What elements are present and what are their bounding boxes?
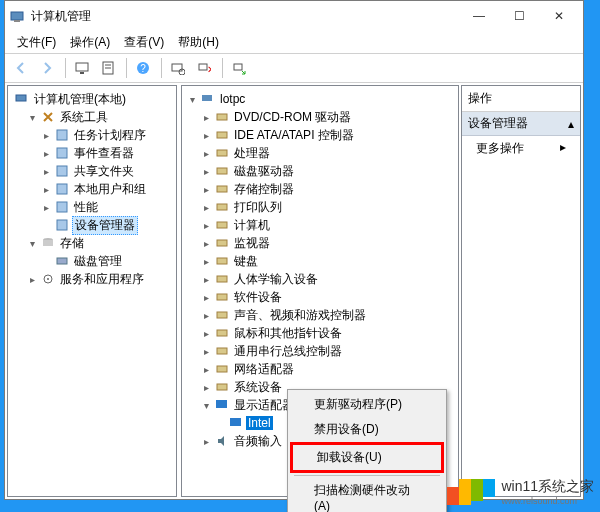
svg-rect-11 <box>199 64 207 70</box>
device-icon <box>214 289 230 305</box>
event-icon <box>54 145 70 161</box>
twisty-icon[interactable] <box>200 364 212 375</box>
svg-rect-44 <box>230 418 241 426</box>
toolbar-separator <box>161 58 162 78</box>
twisty-icon[interactable] <box>200 202 212 213</box>
tree-root[interactable]: 计算机管理(本地) <box>10 90 174 108</box>
device-item[interactable]: 键盘 <box>198 252 456 270</box>
tree-item[interactable]: 设备管理器 <box>38 216 174 234</box>
twisty-icon[interactable] <box>200 112 212 123</box>
close-button[interactable]: ✕ <box>539 2 579 30</box>
twisty-icon[interactable] <box>40 130 52 141</box>
twisty-icon[interactable] <box>200 274 212 285</box>
twisty-icon[interactable] <box>26 274 38 285</box>
menu-action[interactable]: 操作(A) <box>64 32 116 53</box>
twisty-icon[interactable] <box>200 328 212 339</box>
device-item[interactable]: 软件设备 <box>198 288 456 306</box>
twisty-icon[interactable] <box>200 436 212 447</box>
tb-help-icon[interactable]: ? <box>131 56 155 80</box>
twisty-icon[interactable] <box>200 220 212 231</box>
twisty-icon[interactable] <box>200 238 212 249</box>
device-root[interactable]: lotpc <box>184 90 456 108</box>
device-item[interactable]: DVD/CD-ROM 驱动器 <box>198 108 456 126</box>
toolbar-separator <box>126 58 127 78</box>
device-item[interactable]: 声音、视频和游戏控制器 <box>198 306 456 324</box>
computer-icon <box>14 91 30 107</box>
tree-storage[interactable]: 存储 <box>24 234 174 252</box>
forward-button[interactable] <box>35 56 59 80</box>
back-button[interactable] <box>9 56 33 80</box>
device-item[interactable]: 鼠标和其他指针设备 <box>198 324 456 342</box>
device-icon <box>214 325 230 341</box>
twisty-icon[interactable] <box>186 94 198 105</box>
device-item[interactable]: 打印队列 <box>198 198 456 216</box>
svg-rect-32 <box>217 204 227 210</box>
twisty-icon[interactable] <box>200 400 212 411</box>
actions-section[interactable]: 设备管理器 ▴ <box>462 112 580 136</box>
svg-rect-19 <box>57 202 67 212</box>
titlebar[interactable]: 计算机管理 — ☐ ✕ <box>5 1 583 31</box>
svg-rect-38 <box>217 312 227 318</box>
twisty-icon[interactable] <box>26 112 38 123</box>
device-item[interactable]: 磁盘驱动器 <box>198 162 456 180</box>
device-item[interactable]: 监视器 <box>198 234 456 252</box>
disk-icon <box>54 253 70 269</box>
twisty-icon[interactable] <box>26 238 38 249</box>
tree-item[interactable]: 本地用户和组 <box>38 180 174 198</box>
device-item[interactable]: 网络适配器 <box>198 360 456 378</box>
svg-rect-33 <box>217 222 227 228</box>
tree-services[interactable]: 服务和应用程序 <box>24 270 174 288</box>
device-item[interactable]: 存储控制器 <box>198 180 456 198</box>
device-item[interactable]: 人体学输入设备 <box>198 270 456 288</box>
cm-disable-device[interactable]: 禁用设备(D) <box>290 417 444 442</box>
twisty-icon[interactable] <box>40 202 52 213</box>
tree-item[interactable]: 任务计划程序 <box>38 126 174 144</box>
actions-more[interactable]: 更多操作 ▸ <box>462 136 580 161</box>
twisty-icon[interactable] <box>200 166 212 177</box>
menu-file[interactable]: 文件(F) <box>11 32 62 53</box>
twisty-icon[interactable] <box>200 184 212 195</box>
twisty-icon[interactable] <box>200 256 212 267</box>
menu-view[interactable]: 查看(V) <box>118 32 170 53</box>
toolbar: ? ✕ <box>5 53 583 83</box>
twisty-icon[interactable] <box>40 184 52 195</box>
device-item[interactable]: 计算机 <box>198 216 456 234</box>
minimize-button[interactable]: — <box>459 2 499 30</box>
watermark-text: win11系统之家 <box>501 478 594 496</box>
twisty-icon[interactable] <box>200 148 212 159</box>
device-icon <box>214 343 230 359</box>
twisty-icon[interactable] <box>200 292 212 303</box>
svg-rect-20 <box>57 220 67 230</box>
tb-uninstall-icon[interactable]: ✕ <box>192 56 216 80</box>
toolbar-separator <box>222 58 223 78</box>
share-icon <box>54 163 70 179</box>
maximize-button[interactable]: ☐ <box>499 2 539 30</box>
twisty-icon[interactable] <box>40 148 52 159</box>
svg-text:?: ? <box>140 63 146 74</box>
cm-scan-hardware[interactable]: 扫描检测硬件改动(A) <box>290 478 444 512</box>
console-tree-pane[interactable]: 计算机管理(本地) 系统工具 任务计划程序事件查看器共享文件夹本地用户和组性能设… <box>7 85 177 497</box>
device-item[interactable]: IDE ATA/ATAPI 控制器 <box>198 126 456 144</box>
tb-scan-icon[interactable] <box>166 56 190 80</box>
menu-help[interactable]: 帮助(H) <box>172 32 225 53</box>
device-item[interactable]: 处理器 <box>198 144 456 162</box>
svg-rect-41 <box>217 366 227 372</box>
cm-uninstall-device[interactable]: 卸载设备(U) <box>290 442 444 473</box>
twisty-icon[interactable] <box>40 166 52 177</box>
tree-item[interactable]: 事件查看器 <box>38 144 174 162</box>
svg-rect-15 <box>57 130 67 140</box>
computer-icon <box>200 91 216 107</box>
tree-item[interactable]: 共享文件夹 <box>38 162 174 180</box>
device-item[interactable]: 通用串行总线控制器 <box>198 342 456 360</box>
tb-update-icon[interactable] <box>227 56 251 80</box>
tree-disk-management[interactable]: 磁盘管理 <box>38 252 174 270</box>
tb-properties-icon[interactable] <box>96 56 120 80</box>
tree-item[interactable]: 性能 <box>38 198 174 216</box>
tb-computer-icon[interactable] <box>70 56 94 80</box>
twisty-icon[interactable] <box>200 382 212 393</box>
cm-update-driver[interactable]: 更新驱动程序(P) <box>290 392 444 417</box>
twisty-icon[interactable] <box>200 310 212 321</box>
tree-system-tools[interactable]: 系统工具 <box>24 108 174 126</box>
twisty-icon[interactable] <box>200 130 212 141</box>
twisty-icon[interactable] <box>200 346 212 357</box>
